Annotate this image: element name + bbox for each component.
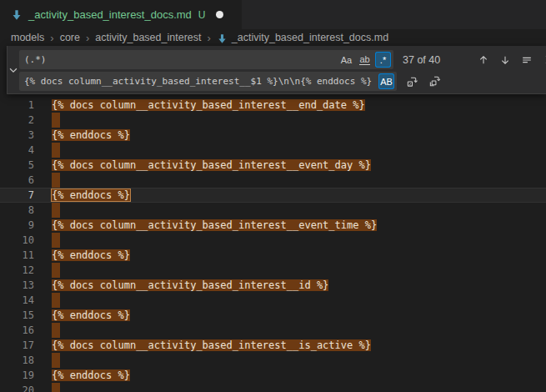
chevron-right-icon: › [50, 32, 53, 44]
tab-filename: _activity_based_interest_docs.md [28, 8, 192, 21]
chevron-down-icon [8, 64, 19, 76]
breadcrumb-item-models[interactable]: models [11, 32, 44, 43]
editor-line[interactable]: 20 [0, 383, 546, 392]
line-number: 17 [0, 338, 34, 353]
line-content[interactable]: {% enddocs %} [52, 368, 130, 383]
find-match-highlight-empty [52, 353, 60, 368]
match-count-label: 37 of 40 [403, 54, 451, 66]
breadcrumb-item-file[interactable]: _activity_based_interest_docs.md [217, 32, 388, 43]
line-content[interactable]: {% enddocs %} [52, 188, 130, 203]
line-content[interactable]: {% docs column__activity_based_interest_… [52, 158, 371, 173]
find-match-highlight: {% enddocs %} [52, 189, 130, 201]
editor-line[interactable]: 1 {% docs column__activity_based_interes… [0, 98, 546, 113]
previous-match-button[interactable] [474, 51, 493, 69]
breadcrumb-item-core[interactable]: core [60, 32, 80, 43]
line-number: 9 [0, 218, 34, 233]
markdown-file-icon [217, 33, 228, 44]
find-match-highlight-empty [52, 323, 60, 338]
editor-line[interactable]: 15 {% enddocs %} [0, 308, 546, 323]
find-match-highlight: {% docs column__activity_based_interest_… [52, 159, 371, 171]
find-query: (.*) [24, 54, 338, 65]
line-content[interactable]: {% docs column__activity_based_interest_… [52, 278, 328, 293]
line-content[interactable] [52, 203, 60, 218]
toggle-replace-chevron[interactable] [8, 46, 19, 93]
preserve-case-toggle[interactable]: AB [378, 73, 394, 89]
find-match-highlight-empty [52, 383, 60, 392]
line-number: 4 [0, 143, 34, 158]
editor-pane: (.*) Aa ab .* 37 of 40 [0, 46, 546, 392]
replace-button[interactable] [403, 73, 421, 91]
replace-input[interactable]: {% docs column__activity_based_interest_… [19, 72, 397, 91]
markdown-file-icon [11, 9, 23, 21]
find-match-highlight-empty [52, 293, 60, 308]
line-number: 3 [0, 128, 34, 143]
regex-toggle[interactable]: .* [375, 52, 391, 68]
find-match-highlight-empty [52, 113, 60, 128]
line-content[interactable] [52, 233, 60, 248]
editor-line[interactable]: 7 {% enddocs %} [0, 188, 546, 203]
line-number: 18 [0, 353, 34, 368]
line-content[interactable] [52, 353, 60, 368]
arrow-down-icon [499, 54, 511, 66]
editor-line[interactable]: 16 [0, 323, 546, 338]
next-match-button[interactable] [496, 51, 514, 69]
editor-line[interactable]: 19 {% enddocs %} [0, 368, 546, 383]
editor-line[interactable]: 12 [0, 263, 546, 278]
editor-line[interactable]: 14 [0, 293, 546, 308]
editor-line[interactable]: 4 [0, 143, 546, 158]
find-match-highlight: {% enddocs %} [52, 249, 130, 261]
line-number: 5 [0, 158, 34, 173]
breadcrumb-file-label: _activity_based_interest_docs.md [232, 32, 388, 43]
line-number: 19 [0, 368, 34, 383]
line-content[interactable] [52, 143, 60, 158]
replace-all-button[interactable] [425, 73, 443, 91]
line-number: 10 [0, 233, 34, 248]
match-case-toggle[interactable]: Aa [338, 52, 354, 68]
line-number: 12 [0, 263, 34, 278]
line-number: 16 [0, 323, 34, 338]
find-in-selection-button[interactable] [518, 51, 536, 69]
editor-line[interactable]: 6 [0, 173, 546, 188]
line-content[interactable] [52, 293, 60, 308]
selection-lines-icon [521, 54, 533, 66]
find-match-highlight: {% docs column__activity_based_interest_… [52, 339, 371, 351]
editor-line[interactable]: 5 {% docs column__activity_based_interes… [0, 158, 546, 173]
breadcrumb-item-folder[interactable]: activity_based_interest [95, 32, 201, 43]
replace-value: {% docs column__activity_based_interest_… [24, 76, 378, 87]
editor-line[interactable]: 8 [0, 203, 546, 218]
line-content[interactable]: {% docs column__activity_based_interest_… [52, 338, 371, 353]
line-content[interactable]: {% enddocs %} [52, 248, 130, 263]
editor-line[interactable]: 3 {% enddocs %} [0, 128, 546, 143]
editor-line[interactable]: 2 [0, 113, 546, 128]
line-content[interactable]: {% enddocs %} [52, 128, 130, 143]
line-content[interactable] [52, 113, 60, 128]
editor-line[interactable]: 13 {% docs column__activity_based_intere… [0, 278, 546, 293]
find-match-highlight: {% docs column__activity_based_interest_… [52, 279, 328, 291]
breadcrumb: models › core › activity_based_interest … [0, 29, 546, 46]
find-replace-widget: (.*) Aa ab .* 37 of 40 [7, 46, 546, 94]
line-content[interactable]: {% enddocs %} [52, 308, 130, 323]
line-number: 20 [0, 383, 34, 392]
editor-line[interactable]: 17 {% docs column__activity_based_intere… [0, 338, 546, 353]
code-area[interactable]: 1 {% docs column__activity_based_interes… [0, 46, 546, 392]
line-number: 7 [0, 188, 34, 203]
editor-tab[interactable]: _activity_based_interest_docs.md U [0, 0, 242, 29]
find-match-highlight-empty [52, 143, 60, 158]
line-content[interactable] [52, 173, 60, 188]
find-input[interactable]: (.*) Aa ab .* [19, 50, 393, 69]
whole-word-toggle[interactable]: ab [357, 52, 373, 68]
modified-dot-icon[interactable] [216, 11, 223, 18]
line-number: 14 [0, 293, 34, 308]
editor-line[interactable]: 11 {% enddocs %} [0, 248, 546, 263]
find-match-highlight-empty [52, 203, 60, 218]
line-content[interactable]: {% docs column__activity_based_interest_… [52, 218, 377, 233]
close-find-button[interactable] [539, 51, 546, 69]
editor-line[interactable]: 9 {% docs column__activity_based_interes… [0, 218, 546, 233]
line-content[interactable] [52, 323, 60, 338]
line-content[interactable] [52, 383, 60, 392]
editor-line[interactable]: 10 [0, 233, 546, 248]
replace-all-icon [428, 75, 441, 88]
line-content[interactable]: {% docs column__activity_based_interest_… [52, 98, 365, 113]
editor-line[interactable]: 18 [0, 353, 546, 368]
line-content[interactable] [52, 263, 60, 278]
